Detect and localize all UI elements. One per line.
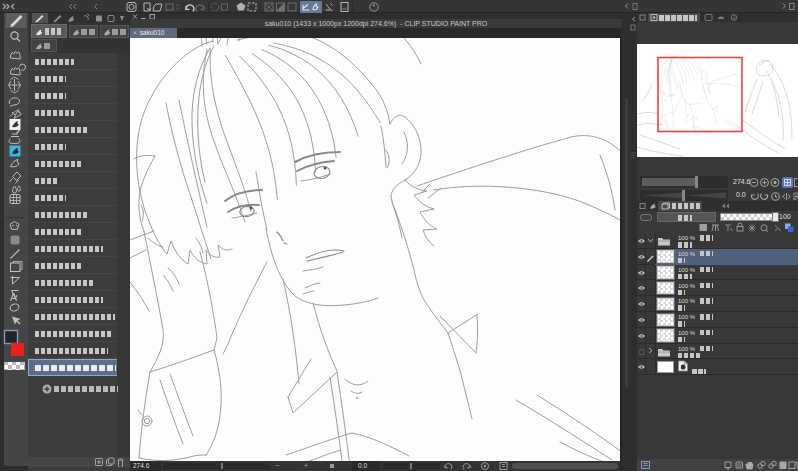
svg-text:A: A	[10, 291, 17, 303]
